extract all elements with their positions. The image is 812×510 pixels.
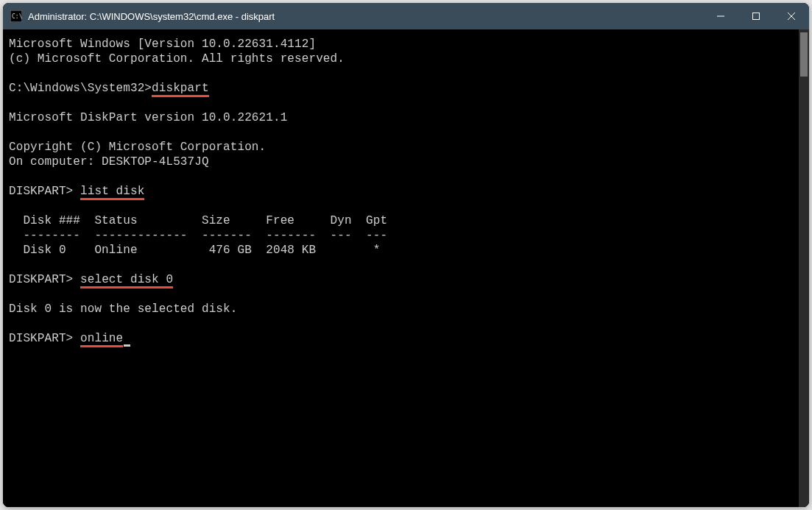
cmd-diskpart: diskpart — [152, 82, 209, 97]
window-controls — [703, 3, 809, 29]
cmd-list-disk: list disk — [80, 185, 144, 200]
table-row: Disk 0 Online 476 GB 2048 KB * — [9, 244, 380, 257]
diskpart-prompt: DISKPART> — [9, 273, 73, 286]
on-computer: On computer: DESKTOP-4L537JQ — [9, 155, 209, 169]
terminal-output[interactable]: Microsoft Windows [Version 10.0.22631.41… — [3, 29, 799, 507]
cmd-icon: C:\ — [10, 10, 22, 22]
maximize-button[interactable] — [738, 3, 774, 29]
selected-msg: Disk 0 is now the selected disk. — [9, 302, 237, 316]
window-title: Administrator: C:\WINDOWS\system32\cmd.e… — [28, 11, 703, 22]
minimize-button[interactable] — [703, 3, 738, 29]
svg-rect-3 — [753, 13, 760, 20]
titlebar[interactable]: C:\ Administrator: C:\WINDOWS\system32\c… — [3, 3, 809, 29]
prompt-path: C:\Windows\System32> — [9, 82, 152, 95]
diskpart-prompt: DISKPART> — [9, 332, 73, 345]
table-divider: -------- ------------- ------- ------- -… — [9, 229, 387, 242]
copyright-line: (c) Microsoft Corporation. All rights re… — [9, 52, 345, 65]
cursor — [124, 344, 130, 347]
version-line: Microsoft Windows [Version 10.0.22631.41… — [9, 38, 316, 51]
cmd-select-disk: select disk 0 — [80, 273, 173, 288]
scrollbar-thumb[interactable] — [800, 32, 808, 77]
terminal-area: Microsoft Windows [Version 10.0.22631.41… — [3, 29, 809, 507]
diskpart-version: Microsoft DiskPart version 10.0.22621.1 — [9, 111, 287, 124]
diskpart-copyright: Copyright (C) Microsoft Corporation. — [9, 141, 266, 154]
scrollbar[interactable] — [799, 29, 809, 507]
cmd-window: C:\ Administrator: C:\WINDOWS\system32\c… — [3, 3, 809, 507]
cmd-online: online — [80, 332, 123, 347]
close-button[interactable] — [774, 3, 809, 29]
diskpart-prompt: DISKPART> — [9, 185, 73, 198]
svg-text:C:\: C:\ — [12, 13, 22, 20]
table-header: Disk ### Status Size Free Dyn Gpt — [9, 214, 387, 227]
